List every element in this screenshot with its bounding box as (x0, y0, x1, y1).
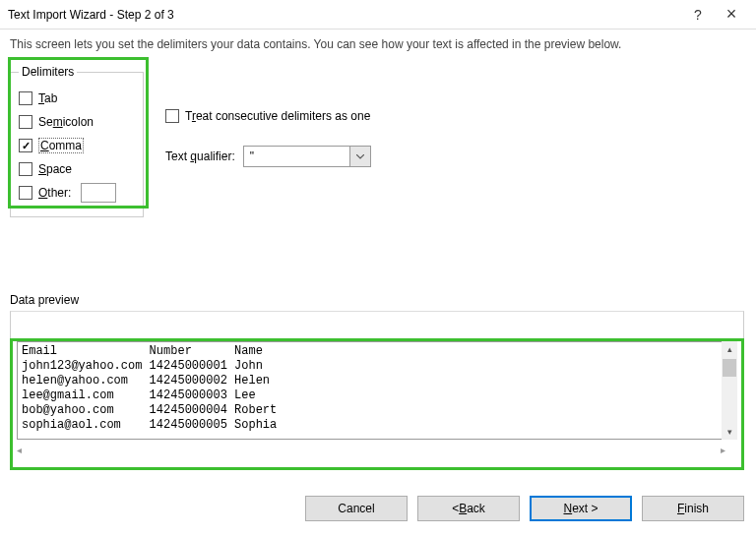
comma-checkbox[interactable] (19, 139, 32, 152)
text-qualifier-dropdown-button[interactable] (349, 146, 371, 167)
data-preview-inner: Email Number Name john123@yahoo.com 1424… (17, 341, 725, 440)
delimiters-group: Delimiters Tab Semicolon Comma Space Oth… (10, 65, 144, 217)
options-area: Treat consecutive delimiters as one Text… (165, 102, 371, 167)
space-label: Space (38, 162, 72, 176)
data-preview-frame: Email Number Name john123@yahoo.com 1424… (10, 311, 744, 468)
chevron-down-icon (356, 154, 364, 159)
data-preview-label: Data preview (10, 293, 79, 307)
scroll-left-arrow-icon[interactable]: ◂ (17, 445, 22, 455)
button-bar: Cancel < Back Next > Finish (305, 496, 744, 521)
help-button[interactable]: ? (681, 4, 715, 26)
tab-checkbox[interactable] (19, 91, 32, 105)
scroll-down-arrow-icon[interactable]: ▾ (722, 424, 737, 440)
delimiter-semicolon-row[interactable]: Semicolon (19, 112, 135, 132)
semicolon-label: Semicolon (38, 115, 94, 129)
finish-button[interactable]: Finish (642, 496, 744, 521)
text-qualifier-value[interactable]: " (243, 146, 349, 167)
scroll-thumb[interactable] (723, 359, 736, 377)
other-label: Other: (38, 186, 71, 200)
text-qualifier-select[interactable]: " (243, 146, 371, 167)
comma-label: Comma (38, 138, 84, 153)
titlebar: Text Import Wizard - Step 2 of 3 ? × (0, 0, 756, 30)
semicolon-checkbox[interactable] (19, 115, 32, 129)
text-qualifier-row: Text qualifier: " (165, 146, 371, 167)
delimiters-legend: Delimiters (19, 65, 77, 79)
preview-horizontal-scrollbar[interactable]: ◂ ▸ (17, 442, 725, 457)
cancel-button[interactable]: Cancel (305, 496, 408, 521)
dialog-body: Delimiters Tab Semicolon Comma Space Oth… (0, 65, 756, 217)
other-checkbox[interactable] (19, 186, 32, 200)
delimiter-other-row[interactable]: Other: (19, 183, 135, 203)
space-checkbox[interactable] (19, 162, 32, 176)
treat-consecutive-label: Treat consecutive delimiters as one (185, 109, 370, 123)
back-button[interactable]: < Back (417, 496, 520, 521)
scroll-right-arrow-icon[interactable]: ▸ (721, 445, 725, 455)
preview-vertical-scrollbar[interactable]: ▴ ▾ (722, 341, 737, 440)
delimiter-space-row[interactable]: Space (19, 159, 135, 179)
data-preview-table: Email Number Name john123@yahoo.com 1424… (18, 342, 724, 435)
treat-consecutive-row[interactable]: Treat consecutive delimiters as one (165, 106, 371, 126)
instruction-text: This screen lets you set the delimiters … (0, 30, 756, 65)
close-button[interactable]: × (715, 4, 748, 26)
other-input[interactable] (81, 183, 116, 203)
delimiter-comma-row[interactable]: Comma (19, 136, 135, 155)
text-qualifier-label: Text qualifier: (165, 149, 235, 163)
scroll-up-arrow-icon[interactable]: ▴ (722, 341, 737, 357)
treat-consecutive-checkbox[interactable] (165, 109, 179, 123)
next-button[interactable]: Next > (530, 496, 632, 521)
delimiter-tab-row[interactable]: Tab (19, 89, 135, 108)
tab-label: Tab (38, 91, 57, 105)
window-title: Text Import Wizard - Step 2 of 3 (8, 8, 681, 22)
